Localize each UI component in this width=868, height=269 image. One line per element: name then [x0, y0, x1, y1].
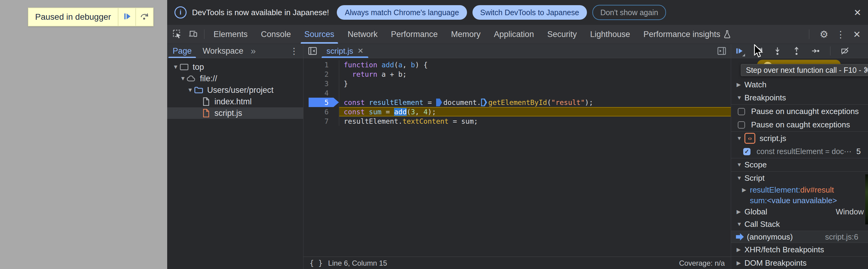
- pause-on-caught-row[interactable]: Pause on caught exceptions: [731, 118, 868, 132]
- chevron-down-icon[interactable]: ▼: [187, 87, 194, 93]
- tree-item-users-user-project[interactable]: ▼Users/user/project: [167, 84, 303, 96]
- code-line-2-content[interactable]: return a + b;: [339, 70, 731, 79]
- code-line-6-content[interactable]: const sum = add(3, 4);: [339, 107, 731, 116]
- code-line-3: 3}: [304, 79, 731, 88]
- tree-item-index-html[interactable]: index.html: [167, 96, 303, 107]
- code-line-2: 2 return a + b;: [304, 70, 731, 79]
- tab-memory[interactable]: Memory: [444, 25, 487, 44]
- always-match-language-button[interactable]: Always match Chrome's language: [337, 5, 467, 20]
- more-tabs-chevron-icon[interactable]: »: [251, 46, 256, 56]
- tab-network[interactable]: Network: [341, 25, 384, 44]
- code-line-3-content[interactable]: }: [339, 79, 731, 88]
- tab-lighthouse[interactable]: Lighthouse: [583, 25, 637, 44]
- file-html-icon: [201, 97, 211, 106]
- line-number-7[interactable]: 7: [304, 116, 339, 126]
- step-out-icon[interactable]: [792, 46, 801, 55]
- chevron-down-icon: ▼: [737, 221, 744, 227]
- tab-performance-insights[interactable]: Performance insights: [637, 25, 738, 44]
- tab-page[interactable]: Page: [167, 44, 197, 58]
- breakpoints-section-header[interactable]: ▼ Breakpoints: [731, 91, 868, 105]
- code-editor[interactable]: 1function add(a, b) {2 return a + b;3}4 …: [304, 58, 731, 257]
- inline-breakpoint-marker-icon: [481, 99, 487, 106]
- close-devtools-icon[interactable]: ✕: [853, 29, 861, 40]
- code-line-5-content[interactable]: const resultElement = document.getElemen…: [339, 98, 731, 107]
- chevron-down-icon: ▼: [737, 162, 744, 168]
- tabbar-separator: [204, 29, 205, 39]
- tab-sources[interactable]: Sources: [298, 25, 341, 44]
- line-number-6[interactable]: 6: [304, 107, 339, 116]
- tab-performance[interactable]: Performance: [384, 25, 444, 44]
- chevron-right-icon: ▶: [737, 246, 744, 253]
- settings-gear-icon[interactable]: ⚙: [819, 28, 828, 40]
- javascript-file-icon: ‹›: [744, 133, 755, 144]
- chevron-down-icon: ▼: [737, 95, 744, 101]
- editor-tabstrip: script.js ✕: [304, 44, 731, 58]
- chevron-down-icon[interactable]: ▼: [179, 75, 187, 82]
- close-tab-icon[interactable]: ✕: [358, 47, 364, 55]
- tab-workspace[interactable]: Workspace: [197, 44, 249, 58]
- line-number-4[interactable]: 4: [304, 88, 339, 98]
- toggle-navigator-icon[interactable]: [308, 46, 317, 56]
- navigator-kebab-icon[interactable]: ⋮: [290, 46, 298, 56]
- watch-section-header[interactable]: ▶ Watch: [731, 78, 868, 91]
- deactivate-breakpoints-icon[interactable]: [840, 46, 849, 55]
- more-options-icon[interactable]: ⋮: [836, 29, 845, 40]
- devtools-window: i DevTools is now available in Japanese!…: [167, 0, 868, 269]
- dont-show-again-button[interactable]: Don't show again: [592, 5, 666, 20]
- scope-script-row[interactable]: ▼ Script: [731, 172, 868, 184]
- inspect-element-icon[interactable]: [172, 29, 182, 40]
- line-number-2[interactable]: 2: [304, 70, 339, 79]
- inline-breakpoint-marker-active-icon: [436, 99, 442, 106]
- breakpoint-file-group[interactable]: ▼ ‹› script.js: [731, 132, 868, 145]
- editor-pane: script.js ✕ 1function add(a, b) {2 retur…: [304, 44, 731, 269]
- tab-elements[interactable]: Elements: [207, 25, 254, 44]
- callstack-frame-row[interactable]: (anonymous) script.js:6: [731, 231, 868, 243]
- step-icon[interactable]: [811, 46, 820, 55]
- line-number-1[interactable]: 1: [304, 60, 339, 70]
- tree-item-file-[interactable]: ▼file://: [167, 73, 303, 84]
- tree-item-label: file://: [200, 74, 217, 83]
- code-line-4-content[interactable]: [339, 88, 731, 98]
- resume-script-icon[interactable]: [735, 46, 744, 55]
- code-line-1-content[interactable]: function add(a, b) {: [339, 60, 731, 70]
- scope-section-header[interactable]: ▼ Scope: [731, 158, 868, 172]
- banner-step-over-button[interactable]: [135, 8, 153, 26]
- scope-var-sum[interactable]: sum: <value unavailable>: [731, 195, 868, 206]
- paused-banner-label: Paused in debugger: [28, 8, 118, 26]
- tree-item-top[interactable]: ▼top: [167, 61, 303, 73]
- pause-on-uncaught-row[interactable]: Pause on uncaught exceptions: [731, 105, 868, 118]
- code-line-5: 5const resultElement = document.getEleme…: [304, 98, 731, 107]
- callstack-section-header[interactable]: ▼ Call Stack: [731, 218, 868, 231]
- active-frame-arrow-icon: [736, 233, 744, 241]
- screen: Paused in debugger i DevTools is now ava…: [0, 0, 868, 269]
- tab-console[interactable]: Console: [254, 25, 298, 44]
- code-line-7-content[interactable]: resultElement.textContent = sum;: [339, 116, 731, 126]
- tree-item-script-js[interactable]: script.js: [167, 107, 303, 119]
- switch-to-japanese-button[interactable]: Switch DevTools to Japanese: [472, 5, 587, 20]
- banner-resume-button[interactable]: [118, 8, 135, 26]
- step-into-icon[interactable]: [773, 46, 782, 55]
- pause-caught-checkbox[interactable]: [738, 121, 745, 129]
- scope-global-row[interactable]: ▶ Global Window: [731, 206, 868, 218]
- infobar-close-icon[interactable]: ✕: [854, 7, 861, 18]
- breakpoint-enabled-checkbox[interactable]: ✓: [743, 148, 750, 155]
- line-number-3[interactable]: 3: [304, 79, 339, 88]
- toggle-debugger-sidebar-icon[interactable]: [717, 46, 726, 56]
- chevron-down-icon[interactable]: ▼: [172, 64, 179, 70]
- pretty-print-icon[interactable]: { }: [310, 259, 322, 268]
- chevron-down-icon: ▼: [737, 135, 744, 142]
- pause-uncaught-checkbox[interactable]: [738, 108, 745, 115]
- tree-item-label: top: [193, 62, 204, 72]
- cloud-icon: [187, 74, 196, 83]
- xhr-breakpoints-header[interactable]: ▶ XHR/fetch Breakpoints: [731, 243, 868, 257]
- tab-security[interactable]: Security: [540, 25, 584, 44]
- breakpoint-entry-row[interactable]: ✓ const resultElement = doc⋯ 5: [731, 145, 868, 158]
- toggle-device-toolbar-icon[interactable]: [188, 29, 198, 40]
- dom-breakpoints-header[interactable]: ▶ DOM Breakpoints: [731, 257, 868, 269]
- scope-var-resultelement[interactable]: ▶ resultElement: div#result: [731, 184, 868, 195]
- code-line-1: 1function add(a, b) {: [304, 60, 731, 70]
- tab-application[interactable]: Application: [487, 25, 540, 44]
- editor-tab-scriptjs[interactable]: script.js ✕: [321, 44, 369, 58]
- breakpoint-marker-line-5[interactable]: 5: [304, 98, 339, 107]
- folder-icon: [194, 85, 204, 95]
